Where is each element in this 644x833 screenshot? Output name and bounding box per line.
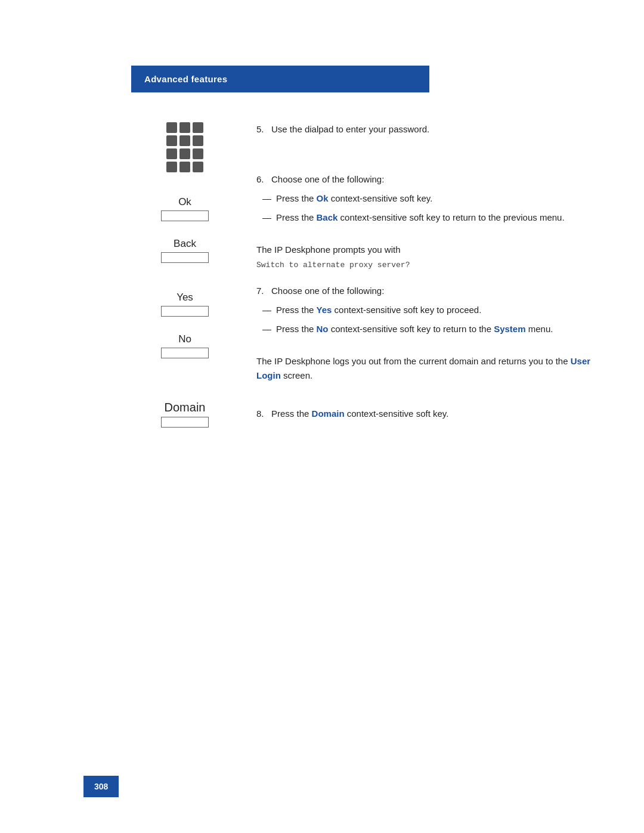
ok-softkey-box bbox=[161, 210, 209, 221]
logout-text-content: The IP Deskphone logs you out from the c… bbox=[256, 356, 590, 380]
yes-link: Yes bbox=[317, 305, 332, 315]
step6-number: 6. bbox=[256, 174, 264, 184]
dialpad-key bbox=[193, 122, 203, 133]
ok-link: Ok bbox=[317, 193, 329, 203]
ok-softkey-group: Ok bbox=[161, 196, 209, 221]
dash-icon: — bbox=[262, 322, 271, 336]
no-softkey-box bbox=[161, 348, 209, 358]
prompt-intro: The IP Deskphone prompts you with bbox=[256, 244, 401, 255]
back-label: Back bbox=[174, 238, 196, 250]
prompt-code: Switch to alternate proxy server? bbox=[256, 261, 410, 270]
step-8: 8. Press the Domain context-sensitive so… bbox=[256, 407, 608, 421]
step7-bullet1-text: Press the Yes context-sensitive soft key… bbox=[276, 303, 481, 317]
step7-text: Choose one of the following: bbox=[271, 286, 384, 296]
no-link: No bbox=[317, 324, 329, 334]
dash-icon: — bbox=[262, 303, 271, 317]
dialpad-image bbox=[166, 122, 203, 172]
dialpad-key bbox=[193, 135, 203, 146]
step6-bullet-2: — Press the Back context-sensitive soft … bbox=[262, 210, 608, 225]
dash-icon: — bbox=[262, 210, 271, 225]
dialpad-key bbox=[166, 148, 177, 159]
right-column: 5. Use the dialpad to enter your passwor… bbox=[239, 110, 608, 395]
dialpad-key bbox=[166, 135, 177, 146]
yes-softkey-group: Yes bbox=[161, 292, 209, 317]
step8-number: 8. bbox=[256, 408, 264, 419]
left-column: Ok Back Yes No bbox=[131, 110, 239, 395]
dialpad-key bbox=[179, 162, 190, 172]
domain-softkey-box bbox=[161, 417, 209, 428]
step7-bullet-1: — Press the Yes context-sensitive soft k… bbox=[262, 303, 608, 317]
domain-section: Domain 8. Press the Domain context-sensi… bbox=[131, 401, 608, 444]
dash-icon: — bbox=[262, 191, 271, 206]
main-content: Ok Back Yes No 5. Use the dialpad to ent… bbox=[131, 110, 608, 395]
dialpad-key bbox=[179, 148, 190, 159]
dialpad-key bbox=[193, 162, 203, 172]
header-bar: Advanced features bbox=[131, 66, 429, 92]
dialpad-key bbox=[179, 135, 190, 146]
login-link: Login bbox=[256, 370, 281, 380]
domain-left: Domain bbox=[131, 401, 239, 444]
step6-bullet1-text: Press the Ok context-sensitive soft key. bbox=[276, 191, 432, 206]
domain-label: Domain bbox=[165, 401, 206, 414]
step-5: 5. Use the dialpad to enter your passwor… bbox=[256, 122, 608, 137]
yes-label: Yes bbox=[177, 292, 193, 304]
dialpad-key bbox=[166, 122, 177, 133]
prompt-section: The IP Deskphone prompts you with Switch… bbox=[256, 243, 608, 272]
step-7: 7. Choose one of the following: — Press … bbox=[256, 284, 608, 336]
step5-text: Use the dialpad to enter your password. bbox=[271, 124, 429, 134]
dialpad-key bbox=[179, 122, 190, 133]
back-softkey-group: Back bbox=[161, 238, 209, 263]
step-6: 6. Choose one of the following: — Press … bbox=[256, 172, 608, 225]
logout-text: The IP Deskphone logs you out from the c… bbox=[256, 354, 608, 383]
header-title: Advanced features bbox=[144, 74, 227, 84]
step5-number: 5. bbox=[256, 124, 264, 134]
step8-text: Press the Domain context-sensitive soft … bbox=[271, 408, 448, 419]
step6-bullet2-text: Press the Back context-sensitive soft ke… bbox=[276, 210, 565, 225]
domain-softkey-group: Domain bbox=[161, 401, 209, 428]
step7-bullet2-text: Press the No context-sensitive soft key … bbox=[276, 322, 553, 336]
system-link: System bbox=[494, 324, 525, 334]
dialpad-key bbox=[166, 162, 177, 172]
step6-text: Choose one of the following: bbox=[271, 174, 384, 184]
ok-label: Ok bbox=[178, 196, 191, 208]
step7-bullet-2: — Press the No context-sensitive soft ke… bbox=[262, 322, 608, 336]
page-number: 308 bbox=[83, 776, 119, 797]
no-label: No bbox=[178, 333, 191, 345]
domain-link: Domain bbox=[312, 408, 345, 419]
dialpad-key bbox=[193, 148, 203, 159]
no-softkey-group: No bbox=[161, 333, 209, 358]
step7-number: 7. bbox=[256, 286, 264, 296]
back-link: Back bbox=[317, 212, 338, 222]
user-link: UserLogin bbox=[256, 356, 590, 380]
back-softkey-box bbox=[161, 252, 209, 263]
step6-bullet-1: — Press the Ok context-sensitive soft ke… bbox=[262, 191, 608, 206]
step8-container: 8. Press the Domain context-sensitive so… bbox=[239, 401, 608, 444]
yes-softkey-box bbox=[161, 306, 209, 317]
